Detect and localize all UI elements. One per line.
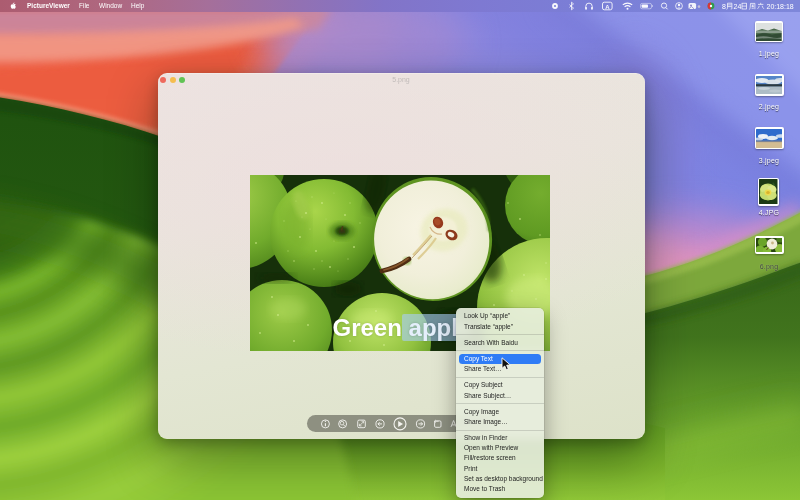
- svg-text:PictureViewer: PictureViewer: [27, 2, 70, 9]
- svg-text:A: A: [605, 4, 610, 10]
- svg-text:Window: Window: [99, 2, 122, 9]
- svg-text:File: File: [79, 2, 90, 9]
- svg-text:8: 8: [722, 3, 726, 10]
- svg-text:24: 24: [734, 3, 742, 10]
- svg-text:20:18:18: 20:18:18: [767, 3, 794, 10]
- svg-text:Help: Help: [131, 2, 145, 10]
